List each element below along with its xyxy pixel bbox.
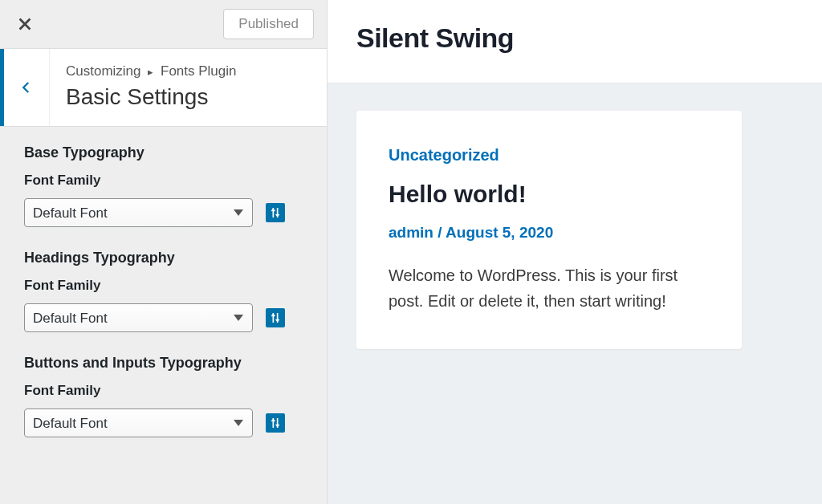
- site-header: Silent Swing: [328, 0, 822, 83]
- section-heading-headings: Headings Typography: [24, 250, 303, 266]
- section-heading-buttons: Buttons and Inputs Typography: [24, 355, 303, 372]
- site-title[interactable]: Silent Swing: [356, 22, 793, 54]
- customizer-topbar: Published: [0, 0, 327, 48]
- panel-header-text: Customizing ▸ Fonts Plugin Basic Setting…: [50, 49, 327, 126]
- post-date: August 5, 2020: [446, 224, 553, 241]
- field-label-base: Font Family: [24, 173, 303, 189]
- breadcrumb: Customizing ▸ Fonts Plugin: [66, 63, 311, 79]
- post-title[interactable]: Hello world!: [389, 181, 710, 208]
- font-family-select-headings[interactable]: Default Font: [24, 303, 253, 332]
- font-family-select-base[interactable]: Default Font: [24, 198, 253, 227]
- controls-area: Base Typography Font Family Default Font…: [0, 127, 327, 504]
- close-button[interactable]: [13, 12, 37, 36]
- sliders-icon: [269, 417, 282, 429]
- close-icon: [16, 15, 34, 33]
- field-label-headings: Font Family: [24, 278, 303, 294]
- preview-body: Uncategorized Hello world! admin / Augus…: [328, 83, 822, 504]
- chevron-left-icon: [19, 76, 34, 99]
- field-label-buttons: Font Family: [24, 383, 303, 399]
- post-category-link[interactable]: Uncategorized: [389, 146, 499, 165]
- select-row-buttons: Default Font: [24, 408, 303, 437]
- panel-title: Basic Settings: [66, 84, 311, 110]
- post-meta-separator: /: [433, 224, 446, 241]
- panel-header: Customizing ▸ Fonts Plugin Basic Setting…: [0, 48, 327, 127]
- breadcrumb-separator: ▸: [148, 66, 153, 78]
- breadcrumb-root: Customizing: [66, 63, 141, 79]
- post-meta: admin / August 5, 2020: [389, 224, 710, 242]
- section-heading-base: Base Typography: [24, 144, 303, 161]
- post-excerpt: Welcome to WordPress. This is your first…: [389, 262, 710, 314]
- sliders-icon: [269, 206, 282, 219]
- site-preview: Silent Swing Uncategorized Hello world! …: [328, 0, 822, 504]
- typography-options-button-buttons[interactable]: [266, 413, 285, 433]
- select-row-headings: Default Font: [24, 303, 303, 332]
- breadcrumb-section: Fonts Plugin: [161, 63, 237, 79]
- select-row-base: Default Font: [24, 198, 303, 227]
- back-button[interactable]: [0, 49, 50, 126]
- publish-status-button[interactable]: Published: [223, 9, 314, 39]
- font-family-select-buttons[interactable]: Default Font: [24, 408, 253, 437]
- post-card: Uncategorized Hello world! admin / Augus…: [356, 111, 742, 349]
- typography-options-button-headings[interactable]: [266, 308, 285, 327]
- customizer-sidebar: Published Customizing ▸ Fonts Plugin Bas…: [0, 0, 328, 504]
- post-author-link[interactable]: admin: [389, 224, 433, 241]
- typography-options-button-base[interactable]: [266, 203, 285, 222]
- sliders-icon: [269, 311, 282, 324]
